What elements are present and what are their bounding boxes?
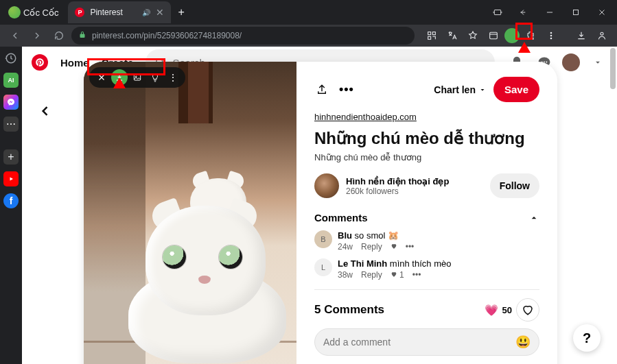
share-icon[interactable] — [314, 82, 329, 97]
comment-more[interactable]: ••• — [412, 270, 421, 280]
svg-point-7 — [550, 35, 551, 36]
svg-point-13 — [546, 62, 547, 63]
page-back-button[interactable] — [32, 97, 59, 125]
author-avatar[interactable] — [314, 173, 339, 198]
svg-rect-2 — [428, 32, 431, 35]
pin-title: Những chú mèo dễ thương — [314, 129, 539, 148]
tab-close-icon[interactable]: ✕ — [156, 7, 164, 18]
pin-source-link[interactable]: hinhnendienthoaidep.com — [314, 112, 539, 122]
close-window-button[interactable] — [590, 2, 614, 23]
screenshot-icon[interactable] — [485, 2, 510, 23]
reaction-heart-icon: 💗 — [485, 304, 498, 317]
browser-logo[interactable]: Cốc Cốc — [3, 6, 64, 19]
react-button[interactable] — [516, 298, 539, 321]
comment-more[interactable]: ••• — [406, 242, 415, 252]
commenter-name[interactable]: Le Thi Minh — [338, 258, 387, 269]
save-button[interactable]: Save — [493, 77, 539, 102]
commenter-name[interactable]: Blu — [338, 230, 352, 241]
comment-age: 38w — [338, 270, 353, 280]
bookmark-icon[interactable] — [463, 26, 482, 45]
reaction-count: 50 — [502, 305, 512, 315]
nav-home[interactable]: Home — [60, 57, 89, 69]
menu-icon[interactable] — [542, 26, 561, 45]
youtube-shortcut-icon[interactable] — [3, 171, 19, 186]
pinterest-favicon: P — [75, 8, 84, 17]
pin-description: Những chú mèo dễ thương — [314, 152, 539, 162]
qr-icon[interactable] — [422, 26, 441, 45]
svg-point-8 — [550, 38, 551, 38]
user-avatar[interactable] — [562, 53, 580, 71]
ai-shortcut-icon[interactable]: AI — [3, 73, 19, 88]
chevron-down-icon — [478, 86, 487, 94]
reload-button[interactable] — [49, 26, 69, 45]
help-button[interactable]: ? — [573, 324, 601, 352]
svg-point-6 — [550, 32, 551, 33]
new-tab-button[interactable]: + — [171, 6, 191, 19]
comment-like-icon[interactable] — [391, 242, 397, 252]
coccoc-icon — [8, 6, 21, 19]
back-button[interactable] — [5, 26, 25, 45]
downloads-icon[interactable] — [572, 26, 591, 45]
comments-label: Comments — [314, 212, 368, 223]
profile-icon[interactable] — [592, 26, 612, 45]
toolbar-image-icon[interactable] — [129, 69, 145, 86]
url-text: pinterest.com/pin/525936062748189008/ — [92, 31, 408, 40]
browser-tab[interactable]: P Pinterest 🔊 ✕ — [68, 1, 171, 23]
svg-rect-14 — [134, 75, 140, 80]
tab-overview-icon[interactable] — [484, 26, 503, 45]
svg-rect-1 — [574, 10, 579, 15]
comment-item: B Blu so smol 🐹 24w Reply ••• — [314, 230, 539, 252]
annotation-arrow-image-toolbar — [112, 77, 127, 110]
comment-reply[interactable]: Reply — [361, 242, 382, 252]
pin-more-icon[interactable]: ••• — [339, 82, 354, 97]
board-selector[interactable]: Chart len — [434, 84, 487, 95]
comments-toggle[interactable]: Comments — [314, 212, 539, 223]
forward-button[interactable] — [27, 26, 47, 45]
address-bar[interactable]: pinterest.com/pin/525936062748189008/ — [71, 27, 415, 45]
lock-icon — [78, 29, 86, 42]
annotation-arrow-toolbar — [517, 42, 532, 75]
svg-rect-0 — [494, 10, 500, 15]
image-download-toolbar: ⋮ — [89, 67, 185, 88]
history-icon[interactable] — [3, 51, 19, 66]
comment-age: 24w — [338, 242, 353, 252]
scrollbar[interactable] — [610, 48, 616, 89]
comment-item: L Le Thi Minh mình thích mèo 38w Reply 1… — [314, 258, 539, 280]
maximize-button[interactable] — [563, 2, 588, 23]
add-shortcut-icon[interactable]: + — [3, 149, 19, 165]
pinterest-logo[interactable] — [32, 54, 48, 71]
browser-name: Cốc Cốc — [23, 8, 58, 18]
download-extension-icon[interactable] — [504, 28, 520, 43]
messenger-shortcut-icon[interactable] — [3, 95, 19, 110]
commenter-avatar[interactable]: B — [314, 230, 332, 248]
follow-button[interactable]: Follow — [490, 173, 539, 198]
comment-text: mình thích mèo — [390, 258, 452, 269]
comment-text: so smol 🐹 — [355, 230, 399, 241]
shortcut-icon[interactable]: ⋯ — [3, 117, 19, 132]
chevron-up-icon — [528, 213, 539, 223]
sidebar-toggle-icon[interactable] — [511, 2, 536, 23]
minimize-button[interactable] — [537, 2, 562, 23]
svg-rect-4 — [428, 36, 431, 39]
facebook-shortcut-icon[interactable]: f — [3, 193, 19, 208]
translate-icon[interactable] — [443, 26, 462, 45]
pin-card: ⋮ ••• Chart len Save hinhnendienthoaidep… — [84, 62, 557, 364]
commenter-avatar[interactable]: L — [314, 258, 332, 276]
tab-title: Pinterest — [90, 8, 137, 17]
author-followers: 260k followers — [346, 186, 483, 196]
toolbar-bulb-icon[interactable] — [147, 69, 163, 86]
comment-like-icon[interactable]: 1 — [391, 270, 404, 280]
comment-count: 5 Comments — [314, 303, 384, 317]
svg-rect-5 — [490, 32, 498, 38]
comment-reply[interactable]: Reply — [361, 270, 382, 280]
toolbar-close-icon[interactable] — [93, 69, 110, 86]
toolbar-more-icon[interactable]: ⋮ — [165, 69, 181, 86]
emoji-picker-icon[interactable]: 😃 — [515, 335, 531, 350]
add-comment-box[interactable]: 😃 — [314, 328, 539, 356]
account-menu-chevron-icon[interactable] — [588, 53, 607, 72]
author-name[interactable]: Hình nền điện thoại đẹp — [346, 176, 483, 186]
comment-input[interactable] — [323, 337, 515, 348]
svg-rect-3 — [432, 32, 435, 35]
svg-point-9 — [601, 32, 603, 35]
tab-audio-icon[interactable]: 🔊 — [142, 9, 150, 16]
